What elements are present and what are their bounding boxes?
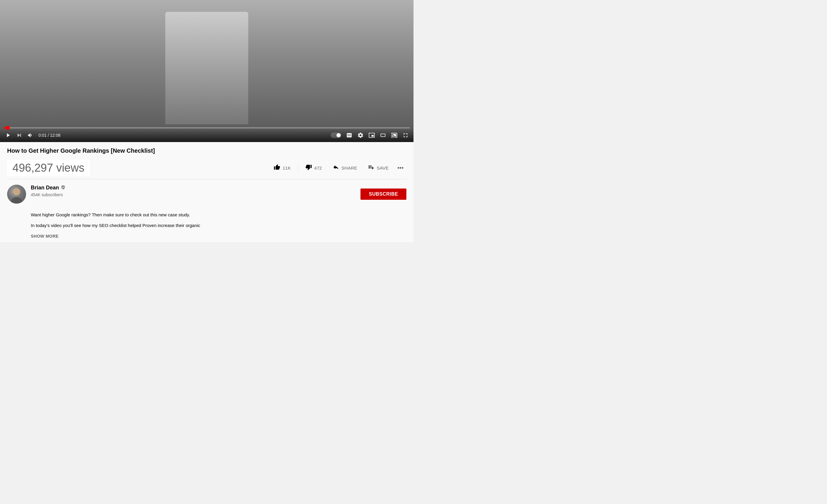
more-options-button[interactable]: •••: [395, 162, 406, 174]
controls-bar: 0:01 / 12:08: [0, 128, 414, 142]
share-icon: [333, 164, 339, 172]
subscriber-count: 454K subscribers: [31, 192, 63, 197]
cast-button[interactable]: [391, 132, 397, 138]
thumbs-down-icon: [305, 164, 312, 172]
video-info: How to Get Higher Google Rankings [New C…: [0, 142, 414, 179]
dislike-count: 472: [314, 165, 322, 170]
volume-button[interactable]: [27, 132, 34, 138]
description-line-1: Want higher Google rankings? Then make s…: [31, 211, 406, 218]
channel-details: Brian Dean 454K subscribers: [31, 185, 360, 198]
show-more-button[interactable]: SHOW MORE: [31, 233, 406, 240]
video-thumbnail-person: [165, 12, 248, 124]
share-label: SHARE: [342, 165, 357, 170]
autoplay-pill[interactable]: [331, 132, 341, 138]
like-count: 11K: [283, 165, 291, 170]
channel-row: Brian Dean 454K subscribers SUBSCRIBE: [0, 179, 414, 209]
time-display: 0:01 / 12:08: [39, 133, 60, 137]
video-meta-row: 496,297 views 11K 472 SHARE: [7, 157, 406, 179]
subscribe-button[interactable]: SUBSCRIBE: [360, 188, 406, 200]
like-button[interactable]: 11K: [269, 162, 296, 174]
channel-avatar[interactable]: [7, 185, 26, 204]
views-count: 496,297 views: [7, 160, 90, 176]
dislike-button[interactable]: 472: [301, 162, 327, 174]
theater-button[interactable]: [380, 132, 386, 138]
svg-point-1: [11, 197, 22, 204]
video-title: How to Get Higher Google Rankings [New C…: [7, 147, 406, 155]
next-button[interactable]: [16, 132, 22, 138]
toggle-knob: [337, 133, 341, 137]
verified-badge: [61, 185, 65, 191]
like-dislike-divider: [298, 165, 298, 172]
avatar-image: [7, 185, 26, 204]
description-line-2: In today's video you'll see how my SEO c…: [31, 222, 406, 229]
thumbs-up-icon: [274, 164, 280, 172]
save-label: SAVE: [377, 165, 389, 170]
settings-button[interactable]: [357, 132, 364, 138]
channel-name[interactable]: Brian Dean: [31, 185, 59, 191]
more-dots-icon: •••: [397, 165, 404, 171]
channel-name-row: Brian Dean: [31, 185, 360, 191]
cc-button[interactable]: [346, 132, 352, 138]
svg-point-0: [13, 188, 20, 195]
save-icon: [368, 164, 375, 172]
share-button[interactable]: SHARE: [328, 162, 362, 174]
action-buttons: 11K 472 SHARE SAVE: [269, 162, 406, 174]
autoplay-toggle[interactable]: [331, 132, 341, 138]
save-button[interactable]: SAVE: [363, 162, 393, 174]
play-button[interactable]: [5, 132, 11, 138]
description-area: Want higher Google rankings? Then make s…: [0, 209, 414, 242]
miniplayer-button[interactable]: [369, 132, 375, 138]
fullscreen-button[interactable]: [402, 132, 409, 138]
video-player[interactable]: 0:01 / 12:08: [0, 0, 414, 142]
